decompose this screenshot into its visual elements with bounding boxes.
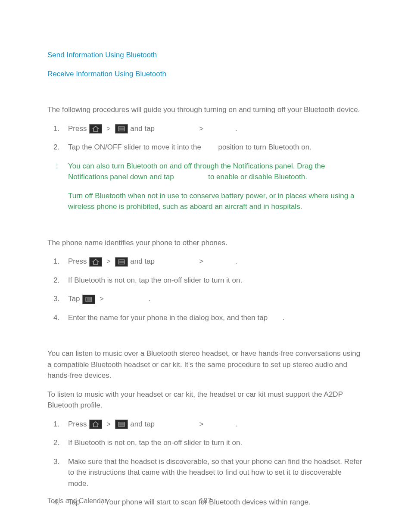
list-item: 2. If Bluetooth is not on, tap the on-of… xyxy=(68,275,364,286)
list-item: 3. Make sure that the headset is discove… xyxy=(68,456,364,489)
section3-steps: 1. Press > and tap > . 2. If Bluetooth i… xyxy=(47,419,364,508)
section2-intro: The phone name identifies your phone to … xyxy=(47,237,364,249)
step-text: Press xyxy=(68,420,87,428)
step-text: . xyxy=(235,124,237,133)
note-text: to enable or disable Bluetooth. xyxy=(208,173,307,181)
step-text: Tap the ON/OFF slider to move it into th… xyxy=(68,143,201,151)
step-number: 4. xyxy=(53,312,59,324)
menu-icon xyxy=(115,257,128,267)
step-text: Make sure that the headset is discoverab… xyxy=(68,457,362,488)
step-text: and tap xyxy=(130,420,155,428)
step-number: 3. xyxy=(53,293,59,305)
step-text: Press xyxy=(68,257,87,265)
chevron-text: > xyxy=(199,256,204,267)
menu-icon xyxy=(82,295,95,304)
step-text: and tap xyxy=(130,257,155,265)
note-block: : You can also turn Bluetooth on and off… xyxy=(47,161,364,183)
link-receive-bluetooth[interactable]: Receive Information Using Bluetooth xyxy=(47,68,364,80)
footer-section: Tools and Calendar xyxy=(47,497,107,504)
list-item: 4. Enter the name for your phone in the … xyxy=(68,312,364,324)
menu-icon xyxy=(115,420,128,429)
chevron-text: > xyxy=(106,419,111,430)
list-item: 3. Tap > . xyxy=(68,293,364,305)
step-text: Enter the name for your phone in the dia… xyxy=(68,314,268,322)
page-footer: Tools and Calendar 187 xyxy=(47,496,364,506)
step-text: . xyxy=(235,257,237,265)
note-text: Turn off Bluetooth when not in use to co… xyxy=(68,192,354,211)
section2-steps: 1. Press > and tap > . 2. If Bluetooth i… xyxy=(47,256,364,323)
list-item: 2. If Bluetooth is not on, tap the on-of… xyxy=(68,437,364,448)
home-icon xyxy=(89,257,102,267)
footer-page-number: 187 xyxy=(200,496,212,506)
section1-steps: 1. Press > and tap > . 2. Tap the ON/OFF… xyxy=(47,123,364,153)
step-text: . xyxy=(148,295,150,303)
step-number: 3. xyxy=(53,456,59,467)
list-item: 1. Press > and tap > . xyxy=(68,256,364,267)
section3-intro2: To listen to music with your headset or … xyxy=(47,389,364,411)
step-number: 2. xyxy=(53,142,59,153)
step-text: . xyxy=(235,420,237,428)
step-text: and tap xyxy=(130,124,155,133)
chevron-text: > xyxy=(100,293,104,305)
chevron-text: > xyxy=(199,123,204,134)
step-text: If Bluetooth is not on, tap the on-off s… xyxy=(68,439,242,447)
list-item: 1. Press > and tap > . xyxy=(68,419,364,430)
step-number: 2. xyxy=(53,437,59,448)
list-item: 1. Press > and tap > . xyxy=(68,123,364,134)
step-text: Tap xyxy=(68,295,80,303)
step-number: 1. xyxy=(53,419,59,430)
step-text: Press xyxy=(68,124,87,133)
step-text: . xyxy=(283,314,285,322)
chevron-text: > xyxy=(199,419,204,430)
menu-icon xyxy=(115,124,128,134)
note-block: Turn off Bluetooth when not in use to co… xyxy=(47,190,364,212)
step-text: If Bluetooth is not on, tap the on-off s… xyxy=(68,276,242,284)
chevron-text: > xyxy=(106,123,111,134)
list-item: 2. Tap the ON/OFF slider to move it into… xyxy=(68,142,364,153)
section1-intro: The following procedures will guide you … xyxy=(47,104,364,115)
home-icon xyxy=(89,124,102,134)
note-marker: : xyxy=(56,161,58,172)
section3-intro1: You can listen to music over a Bluetooth… xyxy=(47,348,364,381)
chevron-text: > xyxy=(106,256,111,267)
step-number: 1. xyxy=(53,256,59,267)
step-text: position to turn Bluetooth on. xyxy=(218,143,311,151)
step-number: 1. xyxy=(53,123,59,134)
step-number: 2. xyxy=(53,275,59,286)
home-icon xyxy=(89,420,102,429)
link-send-bluetooth[interactable]: Send Information Using Bluetooth xyxy=(47,50,364,61)
